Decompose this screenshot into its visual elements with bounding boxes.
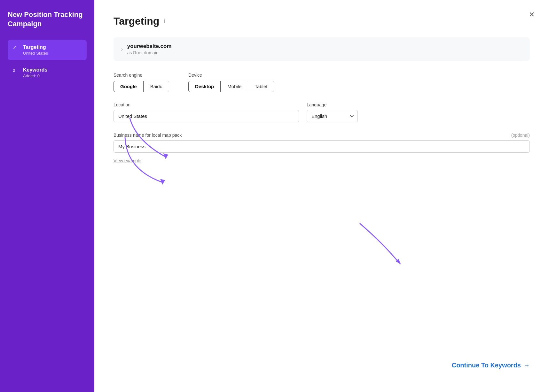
svg-marker-2 <box>396 259 401 265</box>
svg-marker-0 <box>163 153 168 159</box>
continue-button-label: Continue To Keywords <box>452 362 521 369</box>
sidebar-targeting-label: Targeting <box>23 44 48 50</box>
device-buttons: Desktop Mobile Tablet <box>188 81 274 92</box>
language-select[interactable]: English Spanish French German <box>307 110 358 122</box>
location-group: Location <box>114 102 299 122</box>
business-optional: (optional) <box>511 133 530 138</box>
domain-card[interactable]: › yourwebsite.com as Root domain <box>114 37 530 61</box>
page-title-text: Targeting <box>114 15 159 27</box>
search-engine-buttons: Google Baidu <box>114 81 169 92</box>
business-label: Business name for local map pack <box>114 133 182 138</box>
search-engine-group: Search engine Google Baidu <box>114 73 169 92</box>
business-header: Business name for local map pack (option… <box>114 133 530 138</box>
sidebar-item-targeting[interactable]: ✓ Targeting United States <box>8 40 87 60</box>
device-tablet[interactable]: Tablet <box>248 81 274 92</box>
device-mobile[interactable]: Mobile <box>221 81 248 92</box>
fields-row: Location Language English Spanish French… <box>114 102 530 122</box>
continue-arrow-icon: → <box>523 362 530 369</box>
continue-button[interactable]: Continue To Keywords → <box>452 362 530 369</box>
business-name-section: Business name for local map pack (option… <box>114 133 530 153</box>
sidebar-title: New Position Tracking Campaign <box>8 10 87 28</box>
sidebar-item-keywords[interactable]: 2 Keywords Added: 0 <box>8 63 87 83</box>
search-engine-google[interactable]: Google <box>114 81 144 92</box>
sidebar-keywords-label: Keywords <box>23 67 47 73</box>
device-desktop[interactable]: Desktop <box>188 81 221 92</box>
sidebar: New Position Tracking Campaign ✓ Targeti… <box>0 0 94 392</box>
page-title: Targeting i <box>114 15 530 27</box>
sidebar-keywords-sublabel: Added: 0 <box>23 73 47 78</box>
search-engine-baidu[interactable]: Baidu <box>144 81 169 92</box>
keywords-number: 2 <box>13 68 20 73</box>
device-label: Device <box>188 73 274 78</box>
business-name-input[interactable] <box>114 140 530 153</box>
location-label: Location <box>114 102 299 107</box>
device-group: Device Desktop Mobile Tablet <box>188 73 274 92</box>
language-group: Language English Spanish French German <box>307 102 358 122</box>
info-icon: i <box>164 19 165 24</box>
domain-subtitle: as Root domain <box>127 50 172 55</box>
location-input[interactable] <box>114 110 299 122</box>
check-icon: ✓ <box>13 45 20 50</box>
close-button[interactable]: ✕ <box>526 9 537 20</box>
options-row: Search engine Google Baidu Device Deskto… <box>114 73 530 92</box>
search-engine-label: Search engine <box>114 73 169 78</box>
sidebar-targeting-sublabel: United States <box>23 51 48 56</box>
svg-marker-1 <box>160 179 165 185</box>
view-example-link[interactable]: View example <box>114 158 141 163</box>
main-content: ✕ Targeting i › yourwebsite.com as Root … <box>94 0 549 392</box>
domain-name: yourwebsite.com <box>127 43 172 50</box>
chevron-right-icon: › <box>121 47 123 52</box>
language-label: Language <box>307 102 358 107</box>
